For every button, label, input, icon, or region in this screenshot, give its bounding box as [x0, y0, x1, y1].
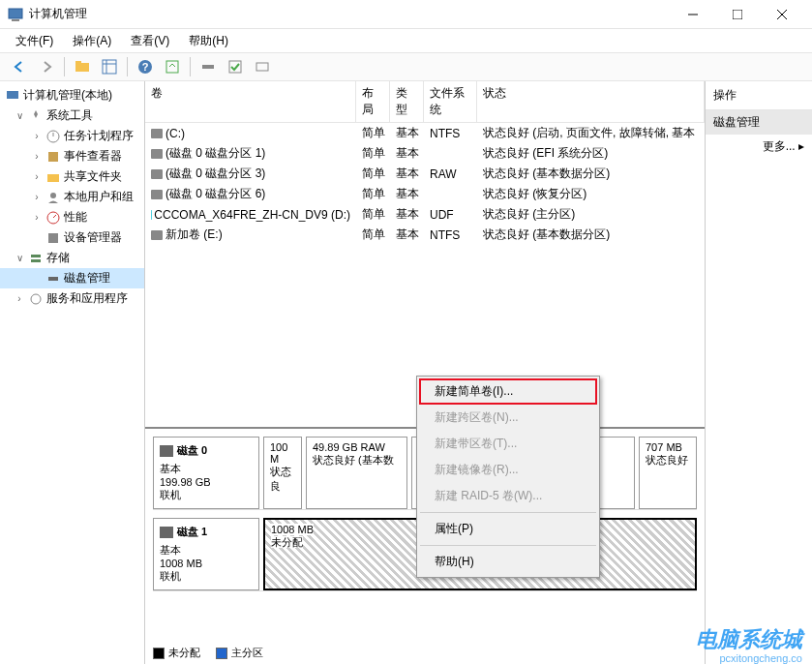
legend-unallocated: 未分配: [153, 646, 200, 660]
volume-row[interactable]: (磁盘 0 磁盘分区 6)简单基本状态良好 (恢复分区): [145, 184, 705, 204]
menu-help[interactable]: 帮助(H): [181, 31, 236, 51]
expand-icon[interactable]: ›: [31, 192, 43, 202]
svg-text:?: ?: [142, 61, 149, 73]
volume-row[interactable]: (C:)简单基本NTFS状态良好 (启动, 页面文件, 故障转储, 基本: [145, 123, 705, 143]
storage-icon: [28, 251, 44, 266]
svg-rect-8: [103, 60, 116, 74]
partition[interactable]: 49.89 GB RAW 状态良好 (基本数: [306, 437, 407, 509]
menu-new-simple-volume[interactable]: 新建简单卷(I)...: [419, 378, 597, 405]
svg-rect-20: [48, 152, 58, 162]
menu-help[interactable]: 帮助(H): [419, 549, 597, 575]
svg-point-29: [31, 294, 41, 304]
volume-icon: [151, 230, 163, 240]
tree-event-viewer[interactable]: › 事件查看器: [0, 146, 144, 166]
hdd-icon: [160, 445, 173, 457]
menu-new-mirrored-volume: 新建镜像卷(R)...: [419, 457, 597, 483]
svg-rect-3: [733, 10, 742, 19]
volume-row[interactable]: (磁盘 0 磁盘分区 1)简单基本状态良好 (EFI 系统分区): [145, 143, 705, 164]
svg-rect-25: [48, 233, 58, 243]
view-button[interactable]: [98, 55, 121, 78]
window-title: 计算机管理: [29, 6, 671, 22]
event-icon: [45, 149, 61, 165]
menu-properties[interactable]: 属性(P): [419, 516, 597, 542]
tree-shared-folders[interactable]: › 共享文件夹: [0, 166, 144, 187]
partition[interactable]: 707 MB 状态良好: [639, 437, 697, 509]
menu-new-raid5-volume: 新建 RAID-5 卷(W)...: [419, 483, 597, 509]
disk-icon: [45, 271, 61, 287]
back-button[interactable]: [8, 55, 31, 78]
forward-button[interactable]: [35, 55, 58, 78]
header-status[interactable]: 状态: [477, 81, 705, 122]
svg-rect-14: [202, 65, 214, 69]
menu-new-spanned-volume: 新建跨区卷(N)...: [419, 405, 597, 431]
svg-rect-17: [7, 91, 18, 99]
header-volume[interactable]: 卷: [145, 81, 356, 122]
performance-icon: [45, 210, 61, 226]
maximize-button[interactable]: [715, 0, 760, 29]
svg-rect-27: [31, 259, 41, 262]
tool-button-1[interactable]: [196, 55, 220, 78]
svg-point-22: [50, 193, 56, 198]
menu-view[interactable]: 查看(V): [123, 31, 177, 51]
svg-rect-15: [229, 61, 241, 73]
expand-icon[interactable]: ›: [31, 151, 43, 162]
minimize-button[interactable]: [671, 0, 715, 29]
header-type[interactable]: 类型: [390, 81, 424, 122]
expand-icon[interactable]: ›: [31, 131, 43, 141]
disk-1-info[interactable]: 磁盘 1 基本 1008 MB 联机: [153, 518, 259, 590]
hdd-icon: [160, 527, 173, 538]
tree-local-users[interactable]: › 本地用户和组: [0, 187, 144, 207]
volume-icon: [151, 129, 163, 138]
services-icon: [28, 291, 44, 307]
help-button[interactable]: ?: [134, 55, 157, 78]
svg-rect-28: [48, 277, 58, 281]
volume-icon: [151, 149, 163, 159]
tree-services-apps[interactable]: › 服务和应用程序: [0, 288, 144, 309]
actions-panel: 操作 磁盘管理 更多... ▸: [706, 81, 812, 664]
svg-rect-16: [256, 63, 268, 71]
tree-root[interactable]: 计算机管理(本地): [0, 85, 144, 106]
disk-0-info[interactable]: 磁盘 0 基本 199.98 GB 联机: [153, 437, 259, 509]
header-filesystem[interactable]: 文件系统: [424, 81, 477, 122]
watermark: 电脑系统城: [696, 625, 802, 654]
volume-row[interactable]: CCCOMA_X64FRE_ZH-CN_DV9 (D:)简单基本UDF状态良好 …: [145, 204, 705, 225]
expand-icon[interactable]: ›: [14, 293, 25, 304]
expand-icon[interactable]: ›: [31, 212, 43, 223]
tree-storage[interactable]: ∨ 存储: [0, 248, 144, 268]
tree-disk-management[interactable]: 磁盘管理: [0, 268, 144, 288]
header-layout[interactable]: 布局: [356, 81, 390, 122]
clock-icon: [45, 129, 61, 144]
device-icon: [45, 230, 61, 246]
computer-icon: [5, 88, 20, 104]
tree-system-tools[interactable]: ∨ 系统工具: [0, 106, 144, 126]
tree-performance[interactable]: › 性能: [0, 207, 144, 227]
expand-icon[interactable]: ∨: [14, 110, 25, 121]
folder-button[interactable]: [71, 55, 94, 78]
tree-device-manager[interactable]: 设备管理器: [0, 227, 144, 248]
menu-file[interactable]: 文件(F): [8, 31, 61, 51]
menu-new-striped-volume: 新建带区卷(T)...: [419, 431, 597, 457]
menu-action[interactable]: 操作(A): [65, 31, 119, 51]
actions-subheader: 磁盘管理: [706, 110, 812, 135]
close-button[interactable]: [760, 0, 804, 29]
svg-rect-21: [47, 174, 59, 182]
tree-task-scheduler[interactable]: › 任务计划程序: [0, 126, 144, 146]
users-icon: [45, 190, 61, 205]
tool-button-3[interactable]: [251, 55, 274, 78]
expand-icon[interactable]: ∨: [14, 253, 25, 263]
svg-rect-26: [31, 255, 41, 257]
refresh-button[interactable]: [161, 55, 184, 78]
svg-rect-6: [75, 63, 89, 72]
actions-header: 操作: [706, 81, 812, 110]
volume-icon: [151, 190, 163, 199]
volume-row[interactable]: (磁盘 0 磁盘分区 3)简单基本RAW状态良好 (基本数据分区): [145, 164, 705, 184]
tool-button-2[interactable]: [224, 55, 247, 78]
expand-icon[interactable]: ›: [31, 171, 43, 182]
svg-rect-7: [75, 61, 81, 64]
actions-more[interactable]: 更多... ▸: [706, 135, 812, 159]
app-icon: [8, 7, 23, 22]
context-menu: 新建简单卷(I)... 新建跨区卷(N)... 新建带区卷(T)... 新建镜像…: [416, 376, 600, 578]
volume-row[interactable]: 新加卷 (E:)简单基本NTFS状态良好 (基本数据分区): [145, 225, 705, 245]
partition[interactable]: 100 M 状态良: [263, 437, 302, 509]
svg-rect-1: [12, 19, 19, 21]
